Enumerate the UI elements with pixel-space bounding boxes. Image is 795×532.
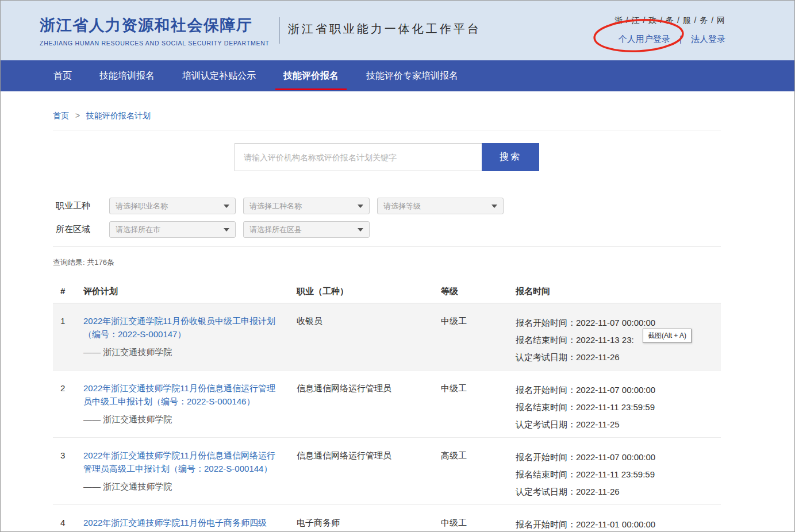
city-select[interactable]: 请选择所在市 — [109, 221, 236, 238]
logo-title: 浙江省人力资源和社会保障厅 — [40, 15, 270, 36]
header-divider — [279, 17, 280, 44]
filter-row-region: 所在区域 请选择所在市 请选择所在区县 — [53, 221, 721, 238]
occupation-cell: 信息通信网络运行管理员 — [297, 449, 441, 504]
header-occupation: 职业（工种） — [297, 282, 441, 303]
occupation-name-select[interactable]: 请选择职业名称 — [109, 198, 236, 214]
row-index: 4 — [53, 516, 83, 532]
nav-item-home[interactable]: 首页 — [53, 60, 72, 91]
search-bar: 搜索 — [53, 143, 721, 171]
time-line: 认定考试日期：2022-11-25 — [516, 416, 721, 433]
occupation-cell: 信息通信网络运行管理员 — [297, 381, 441, 437]
level-cell: 中级工 — [441, 516, 516, 532]
select-placeholder: 请选择职业名称 — [116, 201, 168, 211]
chevron-down-icon — [224, 205, 229, 208]
chevron-down-icon — [358, 228, 363, 232]
table-row: 4 2022年浙江交通技师学院11月份电子商务师四级 电子商务师 中级工 报名开… — [53, 505, 721, 532]
time-line: 报名开始时间：2022-11-01 00:00:00 — [516, 516, 721, 532]
row-index: 2 — [53, 381, 83, 437]
corporate-login-link[interactable]: 法人登录 — [691, 34, 725, 44]
plan-cell: 2022年浙江交通学院11月份收银员中级工申报计划（编号：2022-S-0001… — [83, 314, 297, 370]
breadcrumb-current: 技能评价报名计划 — [86, 111, 151, 120]
times-cell: 报名开始时间：2022-11-01 00:00:00 — [516, 516, 721, 532]
search-input[interactable] — [235, 143, 482, 171]
main-nav: 首页 技能培训报名 培训认定补贴公示 技能评价报名 技能评价专家培训报名 — [1, 60, 794, 91]
district-select[interactable]: 请选择所在区县 — [243, 221, 370, 238]
screenshot-tooltip: 截图(Alt + A) — [643, 329, 692, 343]
plan-link[interactable]: 2022年浙江交通学院11月份收银员中级工申报计划（编号：2022-S-0001… — [83, 314, 282, 341]
nav-item-skill-training-signup[interactable]: 技能培训报名 — [99, 60, 155, 91]
plan-organization: —— 浙江交通技师学院 — [83, 414, 282, 425]
logo: 浙江省人力资源和社会保障厅 ZHEJIANG HUMAN RESOURCES A… — [40, 15, 270, 47]
login-row: 个人用户登录 | 法人登录 — [615, 34, 725, 45]
nav-item-skill-evaluation-signup[interactable]: 技能评价报名 — [283, 60, 339, 91]
time-line: 报名开始时间：2022-11-07 00:00:00 — [516, 381, 721, 399]
plan-organization: —— 浙江交通技师学院 — [83, 346, 282, 358]
breadcrumb-home-link[interactable]: 首页 — [53, 111, 69, 120]
occupation-filter-label: 职业工种 — [53, 201, 109, 211]
header-index: # — [53, 282, 83, 303]
plan-link[interactable]: 2022年浙江交通技师学院11月份信息通信网络运行管理员高级工申报计划（编号：2… — [83, 449, 282, 475]
active-tab-underline — [275, 88, 347, 90]
results-table: # 评价计划 职业（工种） 等级 报名时间 1 2022年浙江交通学院11月份收… — [53, 282, 721, 532]
gov-service-net-link[interactable]: 浙 / 江 / 政 / 务 / 服 / 务 / 网 — [615, 16, 725, 26]
plan-cell: 2022年浙江交通技师学院11月份电子商务师四级 — [83, 516, 297, 532]
chevron-down-icon — [224, 228, 229, 232]
nav-item-label: 技能评价报名 — [283, 71, 339, 80]
breadcrumb-separator: > — [75, 111, 80, 120]
level-select[interactable]: 请选择等级 — [377, 198, 504, 214]
time-line: 报名结束时间：2022-11-11 23:59:59 — [516, 466, 721, 483]
filters: 职业工种 请选择职业名称 请选择工种名称 请选择等级 所在区域 请选择所在市 — [53, 198, 721, 238]
table-header-row: # 评价计划 职业（工种） 等级 报名时间 — [53, 282, 721, 303]
plan-link[interactable]: 2022年浙江交通技师学院11月份电子商务师四级 — [83, 516, 282, 529]
select-placeholder: 请选择工种名称 — [249, 201, 302, 211]
time-line: 报名结束时间：2022-11-11 23:59:59 — [516, 399, 721, 416]
chevron-down-icon — [491, 205, 497, 208]
header: 浙江省人力资源和社会保障厅 ZHEJIANG HUMAN RESOURCES A… — [1, 1, 794, 60]
content: 首页 > 技能评价报名计划 搜索 职业工种 请选择职业名称 请选择工种名称 请选… — [53, 91, 721, 532]
plan-cell: 2022年浙江交通技师学院11月份信息通信网络运行管理员高级工申报计划（编号：2… — [83, 449, 297, 504]
time-line: 认定考试日期：2022-11-26 — [516, 349, 721, 366]
time-line: 认定考试日期：2022-11-26 — [516, 483, 721, 500]
header-time: 报名时间 — [516, 282, 721, 303]
select-placeholder: 请选择所在区县 — [249, 225, 302, 235]
work-type-select[interactable]: 请选择工种名称 — [243, 198, 370, 214]
breadcrumb: 首页 > 技能评价报名计划 — [53, 91, 721, 130]
time-line: 报名开始时间：2022-11-07 00:00:00 — [516, 449, 721, 466]
select-placeholder: 请选择所在市 — [116, 225, 160, 235]
level-cell: 高级工 — [441, 449, 516, 504]
nav-item-training-subsidy-publicity[interactable]: 培训认定补贴公示 — [182, 60, 256, 91]
results-summary: 查询结果: 共176条 — [53, 257, 721, 268]
row-index: 3 — [53, 449, 83, 504]
chevron-down-icon — [358, 205, 363, 208]
login-separator: | — [679, 34, 682, 44]
header-plan: 评价计划 — [83, 282, 297, 303]
nav-item-expert-training-signup[interactable]: 技能评价专家培训报名 — [366, 60, 458, 91]
table-row: 2 2022年浙江交通技师学院11月份信息通信运行管理员中级工申报计划（编号：2… — [53, 371, 721, 438]
table-row: 1 2022年浙江交通学院11月份收银员中级工申报计划（编号：2022-S-00… — [53, 303, 721, 371]
times-cell: 报名开始时间：2022-11-07 00:00:00 报名结束时间：2022-1… — [516, 449, 721, 504]
header-level: 等级 — [441, 282, 516, 303]
filter-row-occupation: 职业工种 请选择职业名称 请选择工种名称 请选择等级 — [53, 198, 721, 214]
logo-subtitle: ZHEJIANG HUMAN RESOURCES AND SOCIAL SECU… — [40, 40, 270, 47]
level-cell: 中级工 — [441, 314, 516, 370]
plan-cell: 2022年浙江交通技师学院11月份信息通信运行管理员中级工申报计划（编号：202… — [83, 381, 297, 437]
header-right: 浙 / 江 / 政 / 务 / 服 / 务 / 网 个人用户登录 | 法人登录 — [615, 16, 725, 45]
personal-login-link[interactable]: 个人用户登录 — [619, 34, 670, 44]
times-cell: 报名开始时间：2022-11-07 00:00:00 报名结束时间：2022-1… — [516, 381, 721, 437]
select-placeholder: 请选择等级 — [383, 201, 421, 211]
table-row: 3 2022年浙江交通技师学院11月份信息通信网络运行管理员高级工申报计划（编号… — [53, 438, 721, 505]
region-filter-label: 所在区域 — [53, 224, 109, 235]
search-button[interactable]: 搜索 — [482, 143, 539, 171]
occupation-cell: 电子商务师 — [297, 516, 441, 532]
page: 浙江省人力资源和社会保障厅 ZHEJIANG HUMAN RESOURCES A… — [0, 0, 795, 532]
platform-title: 浙江省职业能力一体化工作平台 — [288, 21, 481, 37]
occupation-cell: 收银员 — [297, 314, 441, 370]
level-cell: 中级工 — [441, 381, 516, 437]
plan-organization: —— 浙江交通技师学院 — [83, 481, 282, 492]
plan-link[interactable]: 2022年浙江交通技师学院11月份信息通信运行管理员中级工申报计划（编号：202… — [83, 381, 282, 408]
row-index: 1 — [53, 314, 83, 370]
section-divider — [53, 246, 721, 247]
